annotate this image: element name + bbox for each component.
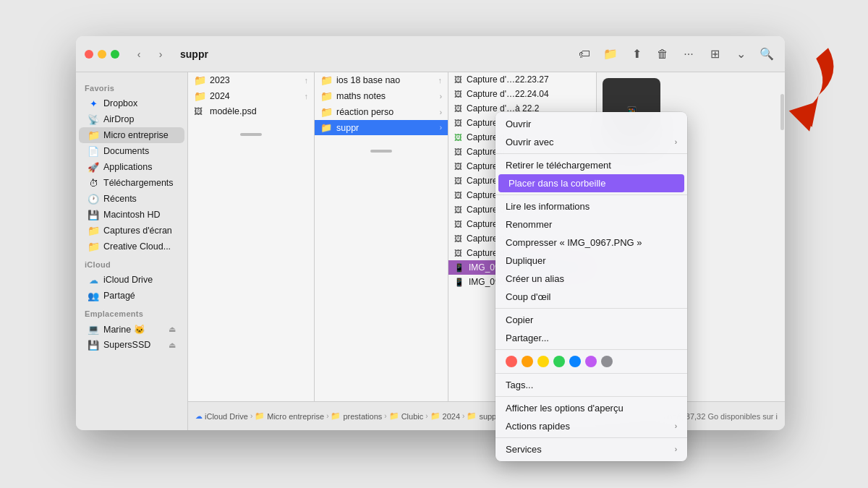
color-dot-gray[interactable] — [601, 356, 613, 367]
menu-separator — [495, 308, 687, 309]
breadcrumb-separator: › — [384, 412, 386, 420]
submenu-arrow-icon: › — [675, 422, 677, 430]
menu-item-coup-doeil[interactable]: Coup d'œil — [495, 288, 687, 306]
sidebar-item-label: Documents — [103, 146, 149, 156]
sidebar-item-label: AirDrop — [103, 114, 134, 124]
sidebar-item-partage[interactable]: 👥 Partagé — [79, 288, 184, 304]
list-item[interactable]: 🖼 modèle.psd — [188, 104, 314, 119]
list-item[interactable]: 📁 suppr › — [315, 120, 448, 135]
sidebar-item-dropbox[interactable]: ✦ Dropbox — [79, 95, 184, 111]
new-folder-icon[interactable]: 📁 — [601, 45, 620, 64]
download-icon: ⏱ — [88, 177, 99, 189]
sidebar: Favoris ✦ Dropbox 📡 AirDrop 📁 Micro entr… — [76, 72, 188, 430]
breadcrumb-item[interactable]: Micro entreprise — [267, 412, 324, 421]
folder-icon: 📁 — [320, 106, 332, 118]
list-item[interactable]: 📁 réaction perso › — [315, 104, 448, 120]
cloud-icon: ↑ — [305, 76, 309, 85]
list-item[interactable]: 🖼 Capture d'…22.23.27 — [448, 72, 596, 87]
menu-item-tags[interactable]: Tags... — [495, 376, 687, 394]
menu-separator — [495, 349, 687, 350]
sidebar-item-macintosh-hd[interactable]: 💾 Macintosh HD — [79, 207, 184, 223]
menu-item-retirer[interactable]: Retirer le téléchargement — [495, 156, 687, 174]
sidebar-item-recents[interactable]: 🕐 Récents — [79, 191, 184, 207]
sidebar-item-telechargements[interactable]: ⏱ Téléchargements — [79, 175, 184, 191]
breadcrumb-item[interactable]: Clubic — [401, 412, 424, 421]
close-button[interactable] — [85, 50, 93, 59]
menu-item-partager[interactable]: Partager... — [495, 329, 687, 347]
tag-icon[interactable]: 🏷 — [575, 45, 594, 64]
breadcrumb-separator: › — [250, 412, 252, 420]
sidebar-item-captures[interactable]: 📁 Captures d'écran — [79, 223, 184, 239]
breadcrumb-item[interactable]: iCloud Drive — [205, 412, 248, 421]
list-item[interactable]: 📁 ios 18 base nao ↑ — [315, 72, 448, 88]
menu-item-apercu[interactable]: Afficher les options d'aperçu — [495, 399, 687, 417]
psd-icon: 🖼 — [194, 106, 205, 116]
airdrop-icon: 📡 — [88, 114, 99, 125]
color-dot-red[interactable] — [506, 356, 517, 367]
chevron-icon: › — [440, 108, 442, 116]
view-icon[interactable]: ⊞ — [705, 45, 724, 64]
sidebar-item-creative-cloud[interactable]: 📁 Creative Cloud... — [79, 239, 184, 254]
mac-icon: 💻 — [88, 323, 99, 335]
list-item[interactable]: 📁 2024 ↑ — [188, 88, 314, 104]
menu-item-dupliquer[interactable]: Dupliquer — [495, 252, 687, 270]
sidebar-item-applications[interactable]: 🚀 Applications — [79, 159, 184, 175]
green-png-icon: 🖼 — [454, 133, 462, 142]
cloud-breadcrumb-icon: ☁ — [195, 412, 203, 420]
color-dot-orange[interactable] — [522, 356, 533, 367]
color-dot-purple[interactable] — [585, 356, 597, 367]
sidebar-item-marine[interactable]: 💻 Marine 🐱 ⏏ — [79, 321, 184, 337]
menu-item-renommer[interactable]: Renommer — [495, 215, 687, 234]
forward-button[interactable]: › — [153, 46, 169, 62]
cc-folder-icon: 📁 — [88, 241, 99, 252]
color-dot-green[interactable] — [553, 356, 565, 367]
eject-ssd-icon: ⏏ — [169, 341, 176, 350]
breadcrumb-item[interactable]: 2024 — [443, 412, 460, 421]
menu-item-services[interactable]: Services › — [495, 440, 687, 458]
sidebar-item-documents[interactable]: 📄 Documents — [79, 143, 184, 159]
menu-separator — [495, 373, 687, 374]
more-icon[interactable]: ··· — [679, 45, 698, 64]
minimize-button[interactable] — [98, 50, 106, 59]
img-icon: 📱 — [454, 263, 464, 273]
color-dot-yellow[interactable] — [537, 356, 549, 367]
sidebar-item-label: Dropbox — [103, 98, 137, 108]
color-dot-blue[interactable] — [569, 356, 581, 367]
sidebar-item-airdrop[interactable]: 📡 AirDrop — [79, 111, 184, 127]
sidebar-item-label: Téléchargements — [103, 178, 174, 188]
menu-item-ouvrir[interactable]: Ouvrir — [495, 115, 687, 133]
back-button[interactable]: ‹ — [131, 46, 147, 62]
sidebar-item-label: Micro entreprise — [103, 130, 169, 140]
column-2: 📁 ios 18 base nao ↑ 📁 maths notes › 📁 ré… — [315, 72, 448, 401]
shared-icon: 👥 — [88, 290, 99, 301]
list-item[interactable]: 📁 2023 ↑ — [188, 72, 314, 88]
sidebar-item-supersssd[interactable]: 💾 SupersSSD ⏏ — [79, 337, 184, 353]
sidebar-item-micro-entreprise[interactable]: 📁 Micro entreprise — [79, 127, 184, 143]
menu-item-corbeille[interactable]: Placer dans la corbeille — [498, 174, 684, 192]
menu-item-alias[interactable]: Créer un alias — [495, 270, 687, 288]
menu-item-actions-rapides[interactable]: Actions rapides › — [495, 417, 687, 435]
trash-icon[interactable]: 🗑 — [653, 45, 672, 64]
folder-icon: 📁 — [320, 122, 332, 133]
menu-item-copier[interactable]: Copier — [495, 311, 687, 329]
menu-item-infos[interactable]: Lire les informations — [495, 197, 687, 215]
menu-separator — [495, 194, 687, 195]
file-area: 📁 2023 ↑ 📁 2024 ↑ 🖼 modèle.psd — [188, 72, 785, 430]
png-icon: 🖼 — [454, 234, 462, 243]
list-item[interactable]: 🖼 Capture d'…22.24.04 — [448, 87, 596, 101]
column-1: 📁 2023 ↑ 📁 2024 ↑ 🖼 modèle.psd — [188, 72, 315, 401]
sidebar-item-icloud-drive[interactable]: ☁ iCloud Drive — [79, 272, 184, 288]
favoris-section-label: Favoris — [76, 78, 187, 95]
menu-separator — [495, 153, 687, 154]
sidebar-item-label: SupersSSD — [103, 340, 150, 350]
share-icon[interactable]: ⬆ — [627, 45, 646, 64]
menu-item-compresser[interactable]: Compresser « IMG_0967.PNG » — [495, 234, 687, 252]
folder-icon: 📁 — [320, 74, 332, 86]
breadcrumb-item[interactable]: prestations — [343, 412, 382, 421]
maximize-button[interactable] — [111, 50, 119, 59]
folder-icon: 📁 — [320, 90, 332, 102]
menu-separator — [495, 396, 687, 397]
menu-item-ouvrir-avec[interactable]: Ouvrir avec › — [495, 133, 687, 151]
list-item[interactable]: 📁 maths notes › — [315, 88, 448, 104]
chevron-icon: › — [440, 124, 442, 132]
